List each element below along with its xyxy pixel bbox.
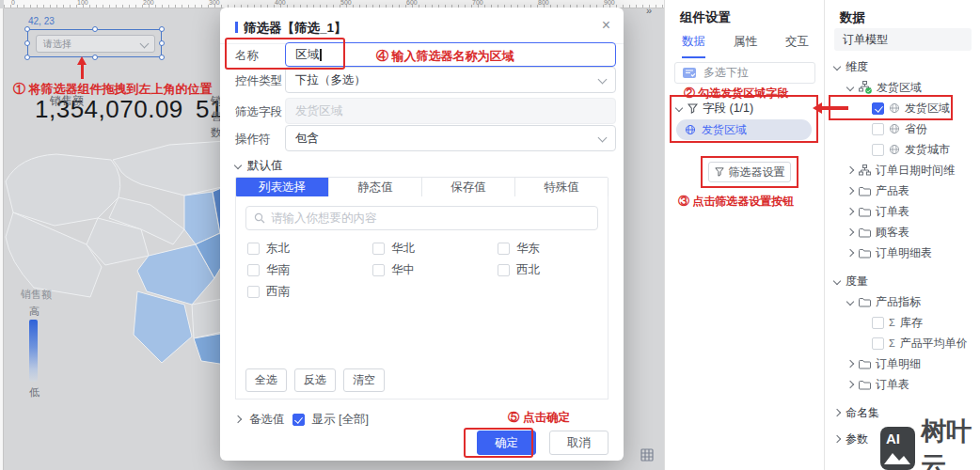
- resize-handle[interactable]: [24, 40, 30, 46]
- chevron-right-icon[interactable]: [847, 188, 854, 195]
- chevron-down-icon[interactable]: [847, 85, 854, 91]
- value-option[interactable]: 华南: [247, 262, 290, 278]
- checkbox-icon[interactable]: [247, 243, 260, 255]
- chevron-right-icon[interactable]: [834, 410, 841, 416]
- default-value-section-header[interactable]: 默认值: [235, 158, 283, 174]
- resize-handle[interactable]: [159, 26, 165, 32]
- chevron-right-icon[interactable]: [847, 167, 854, 174]
- tree-item-订单明细表[interactable]: 订单明细表: [825, 243, 980, 263]
- alternate-values-label[interactable]: 备选值: [249, 412, 285, 428]
- legend-title: 销售额: [21, 288, 52, 302]
- tab-列表选择[interactable]: 列表选择: [236, 178, 329, 196]
- chevron-right-icon[interactable]: [235, 416, 242, 423]
- value-option[interactable]: 西南: [247, 284, 290, 300]
- settings-tab-属性[interactable]: 属性: [734, 34, 757, 58]
- tree-checkbox[interactable]: [872, 123, 884, 135]
- list-action-清空[interactable]: 清空: [343, 368, 385, 392]
- tree-item-产品表[interactable]: 产品表: [825, 180, 980, 201]
- resize-handle[interactable]: [24, 26, 30, 32]
- value-option[interactable]: 华中: [372, 262, 415, 278]
- operator-select[interactable]: 包含: [285, 125, 616, 151]
- tree-item-产品指标[interactable]: 产品指标: [825, 291, 980, 312]
- checkbox-icon[interactable]: [247, 286, 260, 298]
- checkbox-icon[interactable]: [498, 264, 510, 276]
- checkbox-icon[interactable]: [498, 243, 510, 255]
- tree-item-订单表[interactable]: 订单表: [825, 374, 980, 395]
- folder-icon: [859, 297, 871, 307]
- checkbox-icon[interactable]: [372, 264, 385, 276]
- tree-item-label: 参数: [846, 431, 868, 447]
- tree-checkbox[interactable]: [872, 317, 884, 329]
- funnel-icon: [688, 103, 698, 114]
- tree-item-发货区域[interactable]: 发货区域: [825, 77, 980, 98]
- tree-item-产品平均单价[interactable]: Σ产品平均单价: [825, 333, 980, 353]
- list-action-全选[interactable]: 全选: [245, 368, 287, 392]
- tab-特殊值[interactable]: 特殊值: [515, 178, 608, 196]
- filter-dropdown[interactable]: 请选择: [36, 35, 155, 53]
- checkbox-icon[interactable]: [372, 243, 385, 255]
- ok-button[interactable]: 确定: [477, 431, 536, 455]
- tree-item-度量[interactable]: 度量: [825, 271, 980, 291]
- multiselect-dropdown-icon: [683, 68, 696, 78]
- tree-item-订单明细[interactable]: 订单明细: [825, 353, 980, 374]
- cancel-button[interactable]: 取消: [549, 431, 609, 455]
- panel-collapse-icon[interactable]: »: [646, 5, 652, 16]
- value-option[interactable]: 华东: [498, 241, 540, 257]
- metric-sales-amount[interactable]: 销售额 1,354,070.09: [35, 93, 183, 124]
- ruler-label: 500: [340, 0, 352, 6]
- tree-item-订单表[interactable]: 订单表: [825, 201, 980, 222]
- chevron-right-icon[interactable]: [834, 436, 841, 443]
- chevron-down-icon: [598, 134, 606, 142]
- chevron-right-icon[interactable]: [847, 382, 854, 388]
- title-accent-bar: [235, 22, 238, 33]
- chevron-right-icon[interactable]: [847, 250, 854, 257]
- checkbox-icon[interactable]: [247, 264, 260, 276]
- tree-checkbox[interactable]: [872, 144, 884, 156]
- filter-widget-selected[interactable]: 请选择: [27, 29, 162, 57]
- value-option[interactable]: 西北: [498, 262, 540, 278]
- settings-tabs: 数据属性交互: [682, 34, 809, 58]
- chevron-down-icon[interactable]: [847, 299, 854, 306]
- tree-item-label: 度量: [846, 274, 868, 290]
- tree-item-订单日期时间维[interactable]: 订单日期时间维: [825, 160, 980, 180]
- chevron-down-icon[interactable]: [834, 64, 841, 70]
- field-item-shipping-region[interactable]: 发货区域: [676, 119, 812, 140]
- chevron-down-icon[interactable]: [834, 278, 841, 285]
- control-type-select[interactable]: 下拉（多选）: [285, 67, 616, 93]
- data-model-select[interactable]: 订单模型: [834, 28, 972, 51]
- chevron-right-icon[interactable]: [847, 229, 854, 236]
- tab-保存值[interactable]: 保存值: [422, 178, 515, 196]
- widget-type-row[interactable]: 多选下拉: [674, 62, 815, 84]
- chevron-right-icon[interactable]: [847, 209, 854, 215]
- tree-item-顾客表[interactable]: 顾客表: [825, 222, 980, 243]
- tree-item-省份[interactable]: 省份: [825, 118, 980, 139]
- tree-item-维度[interactable]: 维度: [825, 56, 980, 77]
- resize-handle[interactable]: [159, 55, 165, 60]
- filter-field-input: 发货区域: [285, 98, 616, 124]
- settings-tab-数据[interactable]: 数据: [682, 34, 705, 58]
- ruler-label: 700: [472, 0, 483, 6]
- grid-view-icon[interactable]: [640, 448, 654, 462]
- ruler-label: 200: [143, 0, 154, 6]
- display-all-checkbox[interactable]: [292, 414, 305, 426]
- resize-handle[interactable]: [24, 55, 30, 60]
- settings-tab-交互[interactable]: 交互: [785, 34, 809, 58]
- field-group-header[interactable]: 字段 (1/1): [676, 101, 753, 117]
- value-search-input[interactable]: 请输入你想要的内容: [245, 206, 598, 230]
- value-option[interactable]: 华北: [372, 241, 415, 257]
- dialog-title: 筛选器【筛选_1】: [235, 20, 347, 37]
- tree-checkbox[interactable]: [872, 102, 884, 115]
- value-option[interactable]: 东北: [247, 241, 290, 257]
- resize-handle[interactable]: [92, 26, 98, 32]
- resize-handle[interactable]: [92, 55, 98, 60]
- spacer: [861, 340, 867, 347]
- filter-settings-button[interactable]: 筛选器设置: [708, 162, 791, 182]
- tree-item-库存[interactable]: Σ库存: [825, 312, 980, 333]
- close-icon[interactable]: ×: [602, 17, 610, 34]
- tree-item-发货城市[interactable]: 发货城市: [825, 139, 980, 160]
- tab-静态值[interactable]: 静态值: [329, 178, 422, 196]
- tree-checkbox[interactable]: [872, 337, 884, 350]
- chevron-right-icon[interactable]: [847, 361, 854, 368]
- resize-handle[interactable]: [159, 40, 165, 46]
- list-action-反选[interactable]: 反选: [294, 368, 336, 392]
